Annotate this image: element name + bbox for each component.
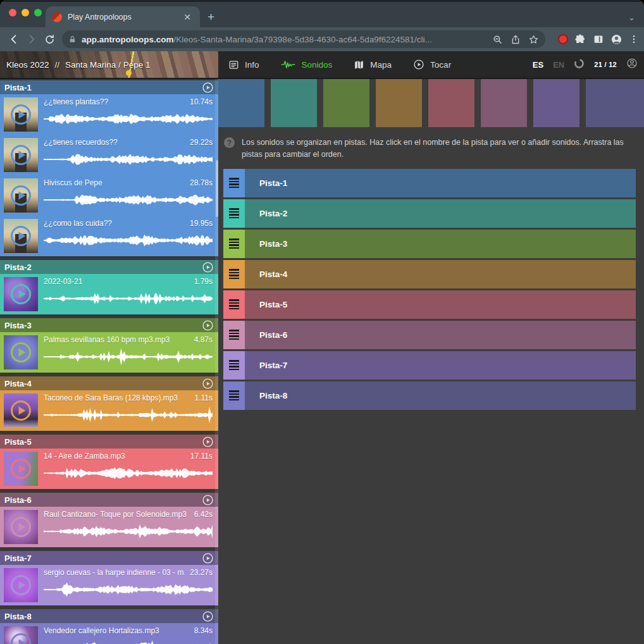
language-es-button[interactable]: ES [533,60,543,70]
audio-clip[interactable]: Palmas sevillanas 160 bpm mp3.mp3 4.87s [0,332,218,373]
track-row-body[interactable]: Pista-5 [245,290,636,319]
track-header[interactable]: Pista-3 [0,318,218,332]
clip-thumbnail[interactable] [4,335,38,369]
clip-play-icon[interactable] [4,97,38,132]
track-play-button[interactable] [202,82,214,94]
clip-play-icon[interactable] [4,393,38,428]
nav-tab-mapa[interactable]: Mapa [354,59,392,70]
track-row[interactable]: Pista-4 [223,260,636,288]
tab-search-chevron-icon[interactable]: ⌄ [628,13,635,22]
extensions-puzzle-icon[interactable] [574,34,586,46]
language-en-button[interactable]: EN [553,60,564,70]
audio-clip[interactable]: Raul Cantizano- Toque por Solenoide.mp3 … [0,507,218,547]
close-window-button[interactable] [9,9,16,16]
nav-tab-sonidos[interactable]: Sonidos [281,59,333,70]
breadcrumb-project[interactable]: Kleos 2022 [6,60,49,70]
profile-avatar-icon[interactable] [610,34,622,46]
forward-button[interactable] [23,30,40,48]
audio-clip[interactable]: ¿¿tienes plantas?? 10.74s [0,94,218,135]
drag-handle-icon[interactable] [223,169,245,197]
share-icon[interactable] [511,34,521,45]
nav-tab-tocar[interactable]: Tocar [413,59,451,70]
clip-thumbnail[interactable] [4,97,38,132]
clip-thumbnail[interactable] [4,219,38,253]
track-play-button[interactable] [202,552,214,564]
account-icon[interactable] [626,58,638,71]
track-row-body[interactable]: Pista-7 [245,351,636,380]
clip-thumbnail[interactable] [4,178,38,213]
drag-handle-icon[interactable] [223,199,245,228]
track-row[interactable]: Pista-8 [223,381,636,410]
nav-tab-info[interactable]: Info [228,59,259,70]
clip-play-icon[interactable] [4,277,38,311]
audio-clip[interactable]: 14 - Aire de Zamba.mp3 17.11s [0,449,218,489]
recorder-extension-icon[interactable] [558,34,568,44]
track-header[interactable]: Pista-4 [0,376,218,390]
clip-play-icon[interactable] [4,335,38,369]
breadcrumb-session[interactable]: Santa Marina / Pepe 1 [65,60,150,70]
reload-button[interactable] [40,30,58,48]
track-row[interactable]: Pista-1 [223,169,636,197]
clip-play-icon[interactable] [4,138,38,172]
bookmark-star-icon[interactable] [528,34,539,45]
track-row-body[interactable]: Pista-6 [245,321,636,349]
track-row[interactable]: Pista-6 [223,321,636,349]
track-header[interactable]: Pista-5 [0,435,218,449]
drag-handle-icon[interactable] [223,260,245,288]
track-header[interactable]: Pista-1 [0,80,218,94]
audio-clip[interactable]: Vendedor callejero Hortalizas.mp3 8.34s [0,623,218,644]
clip-play-icon[interactable] [4,510,38,544]
track-row[interactable]: Pista-7 [223,351,636,380]
track-play-button[interactable] [202,494,214,506]
track-row-body[interactable]: Pista-1 [245,169,636,197]
sidebar-scrollbar[interactable] [216,160,218,217]
track-play-button[interactable] [202,436,214,448]
drag-handle-icon[interactable] [223,351,245,380]
clip-play-icon[interactable] [4,178,38,213]
clip-play-icon[interactable] [4,626,38,644]
audio-clip[interactable]: ¿¿tienes recuerdos?? 29.22s [0,135,218,175]
track-play-button[interactable] [202,261,214,273]
clip-thumbnail[interactable] [4,393,38,428]
clip-play-icon[interactable] [4,568,38,602]
clip-thumbnail[interactable] [4,452,38,486]
audio-clip[interactable]: Taconeo de Sara Baras (128 kbps).mp3 1.1… [0,390,218,431]
track-row[interactable]: Pista-5 [223,290,636,319]
zoom-out-icon[interactable] [492,34,503,45]
clip-thumbnail[interactable] [4,277,38,311]
track-header[interactable]: Pista-8 [0,609,218,623]
back-button[interactable] [5,30,23,48]
tab-close-icon[interactable]: ✕ [181,11,194,23]
minimize-window-button[interactable] [22,9,29,16]
track-play-button[interactable] [202,610,214,622]
audio-clip[interactable]: ¿¿como las cuida?? 19.95s [0,216,218,256]
address-bar[interactable]: app.antropoloops.com/Kleos-Santa-Marina/… [62,30,545,48]
zoom-window-button[interactable] [34,9,42,16]
drag-handle-icon[interactable] [223,290,245,319]
browser-menu-icon[interactable] [629,34,639,44]
browser-tab[interactable]: Play Antropoloops ✕ [46,6,200,27]
breadcrumb[interactable]: Kleos 2022 // Santa Marina / Pepe 1 [0,51,218,78]
track-row-body[interactable]: Pista-8 [245,381,636,410]
track-play-button[interactable] [202,378,214,390]
new-tab-button[interactable]: + [207,11,214,23]
track-header[interactable]: Pista-7 [0,551,218,565]
drag-handle-icon[interactable] [223,321,245,349]
audio-clip[interactable]: Hiviscus de Pepe 28.78s [0,175,218,216]
clip-thumbnail[interactable] [4,138,38,172]
track-header[interactable]: Pista-2 [0,260,218,274]
track-row[interactable]: Pista-3 [223,230,636,258]
audio-clip[interactable]: 2022-03-21 1.79s [0,274,218,314]
drag-handle-icon[interactable] [223,381,245,410]
clip-thumbnail[interactable] [4,510,38,544]
clip-thumbnail[interactable] [4,568,38,602]
track-play-button[interactable] [202,319,214,331]
clip-thumbnail[interactable] [4,626,38,644]
clip-play-icon[interactable] [4,219,38,253]
drag-handle-icon[interactable] [223,230,245,258]
audio-clip[interactable]: sergio cuevas - la harpe indienne - 03 -… [0,565,218,605]
track-header[interactable]: Pista-6 [0,493,218,507]
track-row-body[interactable]: Pista-2 [245,199,636,228]
clip-play-icon[interactable] [4,452,38,486]
side-panel-icon[interactable] [593,34,604,45]
